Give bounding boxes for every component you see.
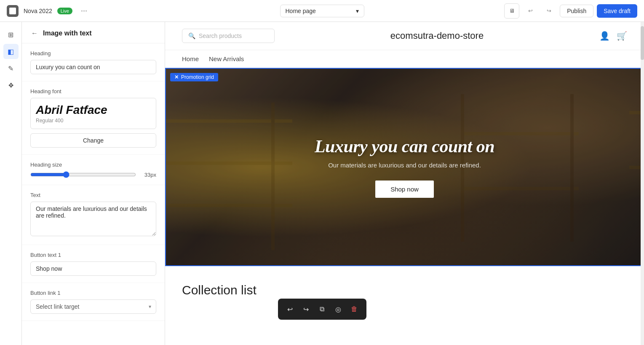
sidebar-icon-grid[interactable]: ⊞	[3, 27, 19, 42]
topbar-right: 🖥 ↩ ↪ Publish Save draft	[504, 3, 637, 19]
font-preview: Abril Fatface Regular 400	[30, 98, 156, 129]
button-link-select[interactable]: Select link target	[30, 299, 156, 314]
button-text-input[interactable]	[30, 261, 156, 276]
desktop-icon: 🖥	[509, 8, 515, 14]
cart-icon: 🛒	[617, 31, 627, 40]
panel-title: Image with text	[43, 30, 92, 37]
brush-icon: ✎	[8, 65, 13, 73]
promo-label: ✕ Promotion grid	[170, 73, 218, 81]
toolbar-delete-button[interactable]: 🗑	[347, 302, 361, 316]
topbar-left: Nova 2022 Live ···	[7, 5, 91, 17]
sidebar-icon-layers[interactable]: ◧	[3, 44, 19, 59]
cart-icon-button[interactable]: 🛒	[617, 31, 627, 41]
panel-header: ← Image with text	[22, 22, 165, 43]
promo-close-button[interactable]: ✕	[174, 74, 179, 80]
change-font-button[interactable]: Change	[30, 133, 156, 148]
search-icon: 🔍	[188, 32, 195, 39]
button-text-group: Button text 1	[22, 245, 165, 283]
topbar: Nova 2022 Live ··· Home page ▾ 🖥 ↩ ↪ Pub…	[0, 0, 644, 22]
hero-section[interactable]: ✕ Promotion grid Luxury you can count on…	[165, 68, 644, 266]
collection-title: Collection list	[182, 283, 627, 297]
button-text-label: Button text 1	[30, 252, 156, 258]
more-options-button[interactable]: ···	[77, 5, 91, 17]
font-name-display: Abril Fatface	[36, 103, 151, 117]
store-header: 🔍 Search products ecomsutra-demo-store 👤…	[165, 22, 644, 50]
search-placeholder: Search products	[199, 32, 242, 39]
puzzle-icon: ❖	[8, 81, 14, 89]
search-box[interactable]: 🔍 Search products	[182, 29, 275, 43]
save-draft-button[interactable]: Save draft	[597, 4, 637, 18]
left-panel: ← Image with text Heading Heading font A…	[22, 22, 165, 345]
hero-content: Luxury you can count on Our materials ar…	[166, 69, 643, 265]
toolbar-redo-button[interactable]: ↪	[299, 302, 313, 316]
promo-label-text: Promotion grid	[181, 74, 214, 80]
heading-size-value: 33px	[141, 172, 156, 178]
hide-toolbar-icon: ◎	[335, 305, 341, 313]
layers-icon: ◧	[8, 48, 14, 56]
store-name: ecomsutra-demo-store	[390, 30, 484, 41]
canvas-inner: 🔍 Search products ecomsutra-demo-store 👤…	[165, 22, 644, 345]
hero-subtext: Our materials are luxurious and our deta…	[328, 162, 481, 169]
page-selector[interactable]: Home page ▾	[280, 5, 364, 17]
button-link-group: Button link 1 Select link target	[22, 283, 165, 321]
grid-icon: ⊞	[8, 31, 13, 39]
heading-size-label: Heading size	[30, 162, 156, 168]
undo-icon: ↩	[528, 8, 533, 14]
redo-icon: ↪	[547, 8, 551, 14]
heading-label: Heading	[30, 50, 156, 57]
collection-section: Collection list	[165, 266, 644, 306]
app-name: Nova 2022	[24, 8, 52, 14]
font-weight-display: Regular 400	[36, 118, 151, 124]
heading-field-group: Heading	[22, 43, 165, 81]
heading-font-group: Heading font Abril Fatface Regular 400 C…	[22, 81, 165, 155]
heading-size-group: Heading size 33px	[22, 155, 165, 185]
text-field-group: Text Our materials are luxurious and our…	[22, 185, 165, 245]
undo-toolbar-icon: ↩	[287, 305, 293, 313]
text-label: Text	[30, 192, 156, 198]
page-selector-chevron: ▾	[356, 8, 359, 14]
delete-toolbar-icon: 🗑	[351, 305, 358, 313]
page-selector-label: Home page	[286, 8, 316, 14]
slider-row: 33px	[30, 171, 156, 178]
store-actions: 👤 🛒	[599, 31, 627, 41]
account-icon-button[interactable]: 👤	[599, 31, 610, 41]
button-link-label: Button link 1	[30, 290, 156, 296]
hero-cta-button[interactable]: Shop now	[375, 181, 434, 198]
publish-button[interactable]: Publish	[560, 5, 593, 17]
button-link-select-wrapper: Select link target	[30, 299, 156, 314]
sidebar-icons: ⊞ ◧ ✎ ❖	[0, 22, 22, 345]
back-button[interactable]: ←	[30, 29, 39, 38]
canvas-scroll-thumb[interactable]	[641, 26, 644, 60]
desktop-view-button[interactable]: 🖥	[504, 3, 519, 19]
account-icon: 👤	[599, 31, 610, 40]
live-badge: Live	[57, 8, 72, 14]
canvas-scrollbar[interactable]	[641, 22, 644, 345]
copy-toolbar-icon: ⧉	[320, 305, 324, 313]
redo-toolbar-icon: ↪	[303, 305, 309, 313]
undo-button[interactable]: ↩	[523, 3, 538, 19]
toolbar-copy-button[interactable]: ⧉	[315, 302, 329, 316]
toolbar-hide-button[interactable]: ◎	[331, 302, 345, 316]
heading-font-label: Heading font	[30, 88, 156, 94]
redo-button[interactable]: ↪	[541, 3, 556, 19]
toolbar-undo-button[interactable]: ↩	[283, 302, 297, 316]
nav-new-arrivals[interactable]: New Arrivals	[209, 55, 244, 62]
nav-home[interactable]: Home	[182, 55, 199, 62]
canvas-area: 🔍 Search products ecomsutra-demo-store 👤…	[165, 22, 644, 345]
hero-heading: Luxury you can count on	[315, 136, 494, 156]
store-nav: Home New Arrivals	[165, 50, 644, 68]
sidebar-icon-puzzle[interactable]: ❖	[3, 78, 19, 93]
topbar-center: Home page ▾	[280, 5, 364, 17]
heading-input[interactable]	[30, 60, 156, 74]
text-textarea[interactable]: Our materials are luxurious and our deta…	[30, 202, 156, 236]
floating-toolbar: ↩ ↪ ⧉ ◎ 🗑	[278, 299, 366, 320]
app-icon	[7, 5, 19, 17]
main-layout: ⊞ ◧ ✎ ❖ ← Image with text Heading	[0, 22, 644, 345]
heading-size-slider[interactable]	[30, 171, 136, 178]
sidebar-icon-brush[interactable]: ✎	[3, 61, 19, 76]
